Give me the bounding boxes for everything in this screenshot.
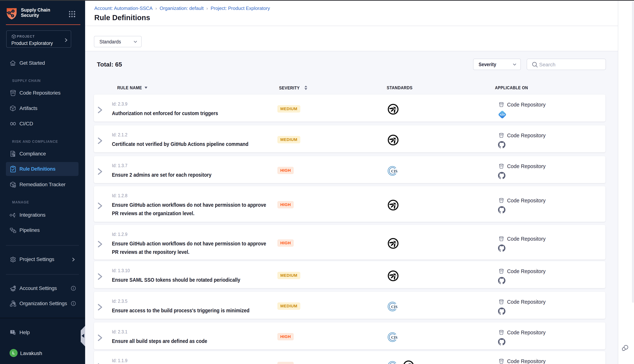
svg-text:CIS: CIS: [391, 335, 397, 339]
svg-text:CIS: CIS: [391, 169, 397, 173]
svg-text:CIS: CIS: [391, 304, 397, 309]
svg-text:</>: </>: [500, 112, 505, 116]
svg-text:?: ?: [12, 330, 13, 334]
svg-text:</>: </>: [11, 92, 15, 94]
